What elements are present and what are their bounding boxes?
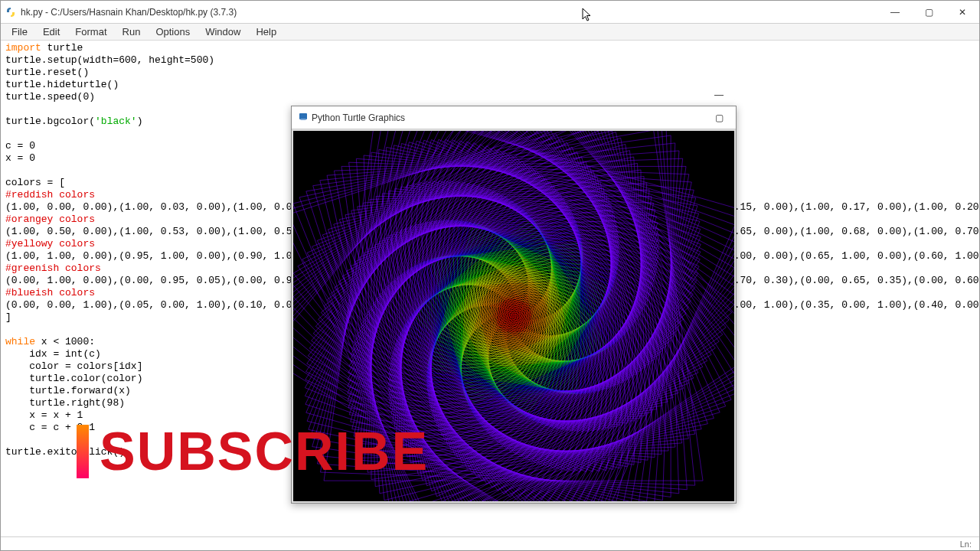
- turtle-window[interactable]: Python Turtle Graphics — ▢ ✕: [291, 106, 737, 504]
- code-text: turtle.hideturtle(): [5, 79, 119, 90]
- svg-rect-0: [299, 113, 307, 119]
- editor-window-controls: — ▢ ✕: [878, 1, 979, 24]
- turtle-app-icon: [298, 111, 309, 124]
- code-comment: #yellowy colors: [5, 238, 95, 249]
- turtle-canvas[interactable]: [293, 131, 734, 501]
- menu-format[interactable]: Format: [67, 24, 114, 41]
- close-button[interactable]: ✕: [946, 1, 979, 24]
- menu-options[interactable]: Options: [148, 24, 198, 41]
- code-comment: #reddish colors: [5, 189, 95, 201]
- minimize-button[interactable]: —: [878, 1, 912, 24]
- code-text: ): [137, 116, 143, 127]
- code-comment: #greenish colors: [5, 262, 101, 274]
- editor-titlebar[interactable]: hk.py - C:/Users/Hasnain Khan/Desktop/hk…: [1, 1, 979, 24]
- code-text: turtle.forward(x): [5, 385, 131, 396]
- code-text: turtle.bgcolor(: [5, 116, 95, 127]
- code-text: turtle.speed(0): [5, 91, 95, 103]
- turtle-canvas-container: [292, 129, 736, 503]
- editor-menubar: File Edit Format Run Options Window Help: [1, 24, 979, 41]
- code-text: turtle.exitonclick(): [5, 446, 125, 458]
- turtle-titlebar[interactable]: Python Turtle Graphics — ▢ ✕: [292, 106, 736, 129]
- code-text: idx = int(c): [5, 348, 101, 360]
- code-comment: #blueish colors: [5, 287, 95, 298]
- code-text: turtle.color(color): [5, 373, 142, 384]
- code-text: turtle.right(98): [5, 397, 125, 409]
- turtle-maximize-button[interactable]: ▢: [702, 106, 736, 129]
- menu-file[interactable]: File: [4, 24, 35, 41]
- maximize-button[interactable]: ▢: [912, 1, 946, 24]
- code-text: ]: [5, 311, 11, 323]
- editor-title: hk.py - C:/Users/Hasnain Khan/Desktop/hk…: [21, 7, 878, 18]
- code-text: turtle.setup(width=600, height=500): [5, 54, 214, 66]
- code-text: x = 0: [5, 152, 35, 164]
- code-string: 'black': [95, 116, 137, 127]
- idle-app-icon: [5, 7, 16, 18]
- editor-statusbar: Ln:: [1, 536, 979, 550]
- kw-while: while: [5, 336, 35, 347]
- status-text: Ln:: [960, 540, 972, 549]
- code-text: x < 1000:: [35, 336, 95, 347]
- menu-window[interactable]: Window: [198, 24, 248, 41]
- svg-rect-1: [301, 119, 306, 120]
- menu-run[interactable]: Run: [115, 24, 149, 41]
- turtle-title: Python Turtle Graphics: [312, 112, 702, 123]
- code-text: c = 0: [5, 140, 35, 152]
- turtle-minimize-button[interactable]: —: [702, 83, 736, 106]
- menu-edit[interactable]: Edit: [35, 24, 67, 41]
- code-text: colors = [: [5, 177, 65, 188]
- kw-import: import: [5, 42, 41, 54]
- code-text: turtle: [41, 42, 83, 54]
- code-comment: #orangey colors: [5, 214, 95, 225]
- menu-help[interactable]: Help: [248, 24, 284, 41]
- code-text: x = x + 1: [5, 409, 83, 421]
- code-text: color = colors[idx]: [5, 360, 142, 372]
- code-text: c = c + 0.1: [5, 422, 95, 433]
- code-text: turtle.reset(): [5, 67, 89, 78]
